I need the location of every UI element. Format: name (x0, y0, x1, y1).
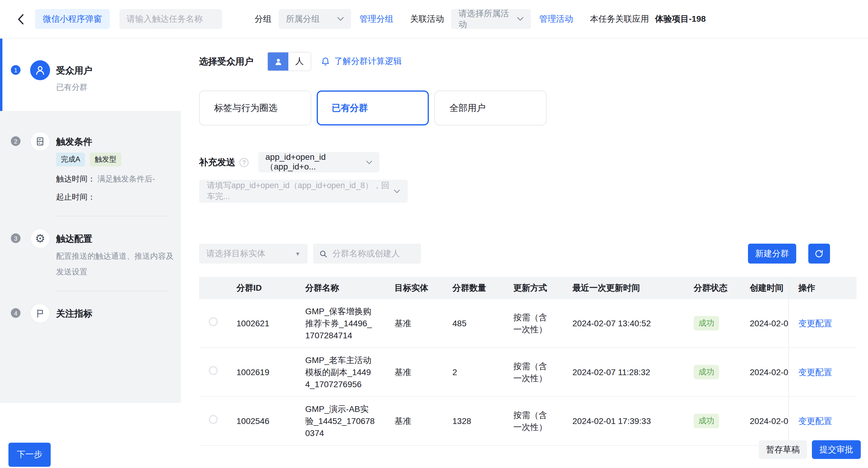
segment-table: 分群ID 分群名称 目标实体 分群数量 更新方式 最近一次更新时间 分群状态 创… (199, 277, 857, 446)
cell-created: 2024-02-07 (740, 299, 788, 348)
step-2-title: 触发条件 (56, 133, 155, 150)
audience-type-tabs: 标签与行为圈选 已有分群 全部用户 (199, 90, 547, 125)
person-unit-selected[interactable] (268, 53, 288, 70)
table-row: 1002619 GMP_老车主活动模板的副本_14494_1707276956 … (199, 348, 857, 397)
activity-label: 关联活动 (410, 13, 444, 24)
cell-last-update: 2024-02-01 17:39:33 (563, 397, 684, 445)
supplement-send-label: 补充发送 (199, 156, 235, 168)
top-bar: 微信小程序弹窗 请输入触达任务名称 分组 所属分组 管理分组 关联活动 请选择所… (0, 0, 868, 39)
bell-icon (321, 57, 330, 66)
next-step-button[interactable]: 下一步 (8, 443, 51, 467)
app-root: 微信小程序弹窗 请输入触达任务名称 分组 所属分组 管理分组 关联活动 请选择所… (0, 0, 868, 468)
help-icon[interactable]: ? (240, 158, 249, 167)
chevron-down-icon (337, 17, 344, 21)
step-4-title: 关注指标 (56, 305, 92, 322)
cell-update-mode: 按需（含一次性） (504, 348, 563, 397)
supplement-id-input[interactable]: 请填写app_id+open_id（app_id+open_id_8），回车完.… (199, 180, 408, 202)
activity-select[interactable]: 请选择所属活动 (451, 9, 531, 29)
cell-segment-count: 1328 (443, 397, 504, 445)
sidebar-divider (56, 216, 168, 217)
cell-update-mode: 按需（含一次性） (504, 299, 563, 348)
cell-target-entity: 基准 (385, 397, 443, 445)
chevron-down-icon (394, 189, 400, 193)
step-1-audience[interactable]: 1 受众用户 已有分群 (0, 39, 181, 111)
reach-time-value: 满足触发条件后- (97, 174, 155, 183)
step-2-trigger[interactable]: 2 触发条件 完成A 触发型 触达时间： 满足触发条件后- (0, 131, 181, 202)
step-3-config[interactable]: 3 ⚙ 触达配置 配置推送的触达通道、推送内容及发送设置 (0, 228, 181, 280)
person-icon (274, 57, 283, 66)
main-content: 选择受众用户 人 了解分群计算逻辑 标签与行为圈选 已有分群 全部用户 (181, 39, 868, 468)
cell-last-update: 2024-02-07 13:40:52 (563, 299, 684, 348)
group-select-value: 所属分组 (286, 13, 320, 24)
table-row: 1002546 GMP_演示-AB实验_14452_1706780374 基准 … (199, 397, 857, 445)
cell-created: 2024-02-01 (740, 397, 788, 445)
row-radio[interactable] (208, 366, 217, 375)
save-draft-button[interactable]: 暂存草稿 (759, 440, 807, 459)
cell-target-entity: 基准 (385, 348, 443, 397)
flag-icon (30, 303, 50, 323)
change-config-link[interactable]: 变更配置 (798, 318, 832, 328)
supplement-id-type-select[interactable]: app_id+open_id（app_id+o... (258, 152, 379, 173)
related-app-label: 本任务关联应用 (590, 13, 649, 24)
change-config-link[interactable]: 变更配置 (798, 416, 832, 426)
sidebar-divider (56, 291, 168, 291)
step-1-number: 1 (11, 65, 21, 75)
row-radio[interactable] (208, 415, 217, 424)
header-created: 创建时间 (740, 277, 788, 299)
header-radio (199, 277, 227, 299)
cell-last-update: 2024-02-07 11:28:32 (563, 348, 684, 397)
manage-group-link[interactable]: 管理分组 (360, 13, 393, 24)
group-select[interactable]: 所属分组 (279, 9, 351, 29)
change-config-link[interactable]: 变更配置 (798, 367, 832, 377)
status-badge: 成功 (694, 316, 719, 331)
cell-segment-id: 1002546 (227, 397, 296, 445)
search-icon (319, 249, 328, 258)
task-name-input[interactable]: 请输入触达任务名称 (119, 9, 222, 29)
time-range-label: 起止时间： (56, 192, 95, 201)
chevron-down-icon (517, 17, 524, 21)
learn-link-label: 了解分群计算逻辑 (334, 56, 402, 67)
status-badge: 成功 (694, 414, 719, 428)
tab-existing-segment[interactable]: 已有分群 (317, 90, 429, 125)
manage-activity-link[interactable]: 管理活动 (539, 13, 573, 24)
supplement-id-placeholder: 请填写app_id+open_id（app_id+open_id_8），回车完.… (207, 180, 394, 202)
submit-approval-button[interactable]: 提交审批 (812, 440, 861, 459)
cell-update-mode: 按需（含一次性） (504, 397, 563, 445)
cell-segment-name: GMP_演示-AB实验_14452_1706780374 (296, 397, 385, 445)
step-1-title: 受众用户 (56, 62, 92, 79)
cell-segment-count: 485 (443, 299, 504, 348)
audience-section-label: 选择受众用户 (199, 56, 253, 67)
header-actions: 操作 (788, 277, 857, 299)
step-4-number: 4 (11, 308, 21, 318)
header-segment-id: 分群ID (227, 277, 296, 299)
caret-down-icon: ▼ (295, 251, 300, 257)
step-3-description: 配置推送的触达通道、推送内容及发送设置 (56, 248, 174, 280)
chevron-down-icon (366, 160, 372, 164)
audience-unit-toggle[interactable]: 人 (267, 52, 311, 71)
archive-icon (30, 131, 50, 151)
cell-segment-id: 1002621 (227, 299, 296, 348)
header-segment-count: 分群数量 (443, 277, 504, 299)
refresh-button[interactable] (808, 244, 830, 263)
activity-select-value: 请选择所属活动 (459, 8, 517, 30)
learn-segment-logic-link[interactable]: 了解分群计算逻辑 (321, 56, 402, 67)
target-entity-select[interactable]: 请选择目标实体 ▼ (199, 244, 308, 263)
table-header-row: 分群ID 分群名称 目标实体 分群数量 更新方式 最近一次更新时间 分群状态 创… (199, 277, 857, 299)
cell-created: 2024-02-07 (740, 348, 788, 397)
back-button[interactable] (14, 13, 27, 25)
segment-search-input[interactable]: 分群名称或创建人 (313, 244, 421, 263)
cell-segment-id: 1002619 (227, 348, 296, 397)
row-radio[interactable] (208, 317, 217, 326)
tab-tag-behavior[interactable]: 标签与行为圈选 (199, 90, 311, 125)
table-row: 1002621 GMP_保客增换购推荐卡券_14496_1707284714 基… (199, 299, 857, 348)
step-4-metrics[interactable]: 4 关注指标 (0, 303, 181, 323)
task-type-chip[interactable]: 微信小程序弹窗 (35, 9, 110, 29)
status-badge: 成功 (694, 365, 719, 379)
chevron-left-icon (17, 13, 24, 24)
reach-time-label: 触达时间： (56, 174, 95, 183)
person-unit-label[interactable]: 人 (288, 53, 311, 70)
cell-target-entity: 基准 (385, 299, 443, 348)
header-segment-name: 分群名称 (296, 277, 385, 299)
tab-all-users[interactable]: 全部用户 (434, 90, 547, 125)
new-segment-button[interactable]: 新建分群 (748, 244, 796, 263)
